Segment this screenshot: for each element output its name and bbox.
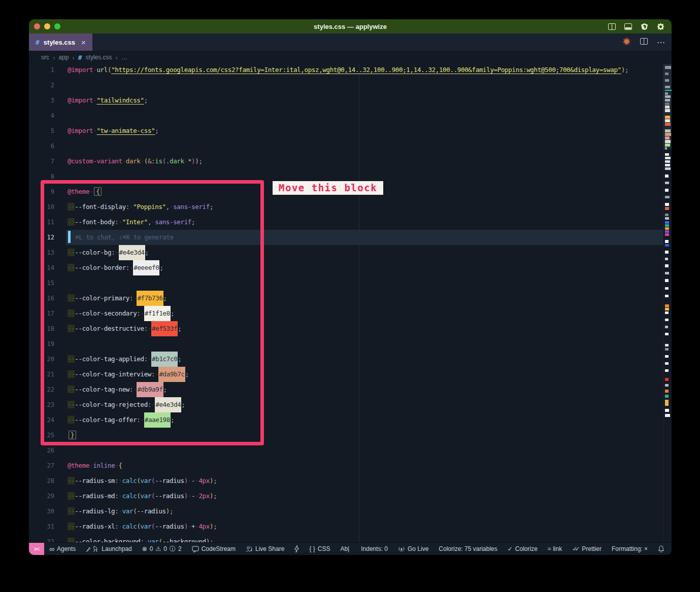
breadcrumb-item-[interactable]: …: [121, 54, 127, 61]
code-line-29[interactable]: 29··--radius-md:·calc(var(--radius)·-·2p…: [29, 489, 663, 504]
code-line-31[interactable]: 31··--radius-xl:·calc(var(--radius)·+·4p…: [29, 519, 663, 534]
status-item-codestream[interactable]: CodeStream: [187, 543, 241, 555]
code-content: ··--radius-lg:·var(--radius);: [68, 504, 173, 519]
status-item-colorize[interactable]: ✓Colorize: [503, 543, 543, 555]
gear-icon[interactable]: [657, 23, 664, 30]
close-window-button[interactable]: [34, 23, 40, 29]
minimap-block: [665, 395, 669, 398]
code-token: ··: [68, 507, 75, 515]
warning-icon: ⚠: [155, 546, 161, 552]
status-item-ab-indicator[interactable]: Ab|: [335, 543, 354, 555]
more-actions-icon[interactable]: ⋯: [657, 38, 665, 47]
status-item-prettier[interactable]: ✓✓Prettier: [567, 543, 607, 555]
tab-label: styles.css: [44, 39, 75, 46]
starburst-icon[interactable]: [622, 37, 631, 48]
minimap-block: [665, 207, 669, 210]
code-line-32[interactable]: 32··--color-background:·var(--background…: [29, 534, 663, 543]
line-number: 3: [29, 93, 54, 108]
minimap-block: [665, 311, 669, 314]
code-content: @import·"tailwindcss";: [68, 93, 148, 108]
code-line-3[interactable]: 3@import·"tailwindcss";: [29, 93, 663, 108]
code-token: ·: [118, 507, 122, 515]
code-line-7[interactable]: 7@custom-variant·dark·(&:is(.dark·*));: [29, 154, 663, 169]
breadcrumb-item-styles.css[interactable]: #styles.css: [78, 54, 112, 61]
status-item-go-live[interactable]: Go Live: [393, 543, 434, 555]
code-line-27[interactable]: 27@theme·inline·{: [29, 458, 663, 473]
minimap-block: [665, 409, 669, 412]
code-line-28[interactable]: 28··--radius-sm:·calc(var(--radius)·-·4p…: [29, 473, 663, 489]
code-token: --radius: [155, 477, 184, 484]
minimap-block: [665, 109, 670, 112]
minimap-block: [665, 272, 669, 274]
status-item-indents[interactable]: Indents: 0: [356, 543, 393, 555]
minimap-block: [665, 147, 667, 150]
line-number: 31: [29, 519, 54, 534]
status-item-notifications[interactable]: [653, 543, 670, 555]
code-line-5[interactable]: 5@import·"tw-animate-css";: [29, 123, 663, 138]
status-item-link-mode[interactable]: = link: [543, 543, 567, 555]
code-token: (: [137, 492, 140, 500]
status-item-live-share[interactable]: Live Share: [241, 543, 289, 555]
status-item-remote-indicator[interactable]: ><: [29, 543, 44, 555]
code-token: ;: [213, 492, 217, 500]
status-item-launchpad[interactable]: Launchpad: [81, 543, 137, 555]
code-token: ·: [188, 477, 191, 484]
zoom-window-button[interactable]: [54, 23, 60, 29]
minimap[interactable]: [663, 64, 672, 543]
minimap-block: [665, 295, 669, 297]
code-line-2[interactable]: 2: [29, 78, 663, 93]
status-item-lightning[interactable]: [289, 543, 304, 555]
line-number: 7: [29, 154, 54, 169]
breadcrumb-label: styles.css: [86, 54, 112, 61]
breadcrumb-label: src: [41, 54, 49, 61]
panel-layout-icon[interactable]: [624, 23, 632, 30]
minimap-block: [665, 119, 670, 122]
minimize-window-button[interactable]: [44, 23, 50, 29]
minimap-block: [665, 304, 669, 307]
annotation-rectangle: [41, 180, 264, 445]
code-line-30[interactable]: 30··--radius-lg:·var(--radius);: [29, 504, 663, 519]
code-token: var: [122, 507, 134, 515]
tab-bar: # styles.css × ⋯: [29, 33, 672, 51]
shield-cube-icon[interactable]: [641, 23, 648, 30]
split-editor-icon[interactable]: [608, 23, 616, 30]
status-label: Formatting: ×: [612, 545, 648, 552]
status-left: ><∞AgentsLaunchpad⊗0⚠0ⓘ2CodeStreamLive S…: [29, 543, 354, 555]
code-token: ·: [141, 157, 144, 165]
code-token: calc: [122, 477, 137, 484]
code-line-6[interactable]: 6: [29, 138, 663, 154]
line-number: 6: [29, 138, 54, 154]
minimap-block: [665, 279, 669, 282]
tab-styles-css[interactable]: # styles.css ×: [29, 33, 92, 51]
code-token: @import: [68, 127, 93, 134]
code-line-4[interactable]: 4: [29, 108, 663, 123]
minimap-block: [665, 182, 669, 184]
status-label: Indents: 0: [361, 545, 388, 552]
status-item-problems[interactable]: ⊗0⚠0ⓘ2: [137, 543, 187, 555]
minimap-block: [665, 227, 669, 230]
minimap-block: [665, 136, 670, 140]
minimap-block: [665, 189, 669, 192]
css-file-icon: #: [78, 54, 82, 61]
minimap-block: [665, 251, 669, 254]
vscode-window: styles.css — applywize # styles.css: [29, 19, 672, 555]
status-label: CodeStream: [202, 545, 236, 552]
status-item-formatting[interactable]: Formatting: ×: [607, 543, 653, 555]
annotation-label: Move this block: [273, 181, 383, 195]
close-tab-icon[interactable]: ×: [81, 38, 86, 47]
status-item-language-mode[interactable]: { }CSS: [304, 543, 335, 555]
breadcrumb-item-app[interactable]: app: [58, 54, 69, 61]
minimap-block: [665, 203, 669, 206]
breadcrumb-item-src[interactable]: src: [41, 54, 49, 61]
code-line-1[interactable]: 1@import·url("https://fonts.googleapis.c…: [29, 64, 663, 78]
status-item-colorize-count[interactable]: Colorize: 75 variables: [434, 543, 502, 555]
bell-icon: [658, 545, 664, 552]
code-editor[interactable]: 1@import·url("https://fonts.googleapis.c…: [29, 64, 672, 543]
code-token: --radius-xl: [75, 523, 115, 530]
code-token: ··: [68, 523, 75, 530]
split-editor-icon[interactable]: [640, 38, 648, 47]
minimap-block: [665, 369, 669, 372]
minimap-block: [665, 116, 670, 119]
status-item-agents[interactable]: ∞Agents: [44, 543, 81, 555]
errors-count: 0: [150, 545, 153, 552]
